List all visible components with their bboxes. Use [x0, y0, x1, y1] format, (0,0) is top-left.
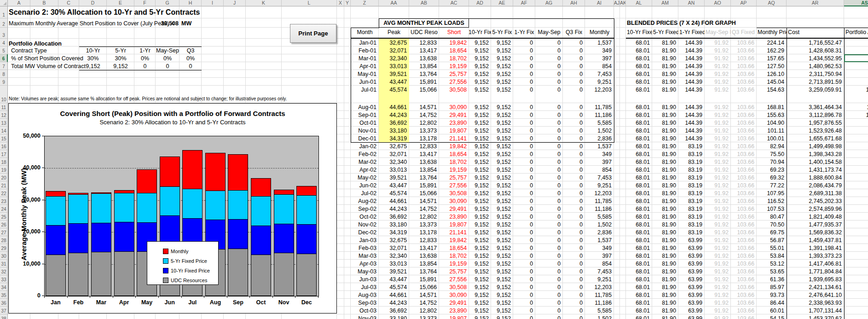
- table-cell[interactable]: 103.66: [731, 158, 757, 166]
- table-cell[interactable]: 9,152: [469, 213, 491, 220]
- table-cell[interactable]: 103.66: [731, 267, 757, 275]
- table-cell[interactable]: 0: [535, 174, 563, 181]
- table-cell[interactable]: 13,638: [409, 54, 439, 62]
- table-cell[interactable]: 3,361,464.34: [787, 93, 844, 111]
- table-cell[interactable]: 13,854: [409, 260, 439, 267]
- table-cell[interactable]: 91.92: [705, 228, 731, 236]
- table-cell[interactable]: 19,807: [439, 127, 469, 134]
- table-cell[interactable]: 63.99: [678, 252, 705, 260]
- table-cell[interactable]: 1,502: [585, 220, 614, 228]
- table-cell[interactable]: 81.90: [652, 267, 678, 275]
- table-cell[interactable]: 76.59: [844, 46, 868, 54]
- table-cell[interactable]: 9,152: [491, 189, 513, 197]
- table-cell[interactable]: 9,152: [469, 252, 491, 260]
- table-cell[interactable]: 91.92: [705, 158, 731, 166]
- table-cell[interactable]: 91.92: [705, 86, 731, 93]
- table-cell[interactable]: 103.66: [731, 213, 757, 220]
- table-cell[interactable]: 103.66: [731, 111, 757, 119]
- table-cell[interactable]: 91.92: [705, 39, 731, 46]
- table-cell[interactable]: 18,654: [439, 150, 469, 158]
- table-cell[interactable]: 0: [563, 62, 585, 70]
- table-cell[interactable]: Sep-03: [351, 299, 379, 307]
- table-cell[interactable]: 44,243: [379, 205, 409, 213]
- table-cell[interactable]: 0: [513, 244, 535, 252]
- table-cell[interactable]: 81.90: [652, 134, 678, 142]
- table-cell[interactable]: Mar-02: [351, 158, 379, 166]
- row-header-33[interactable]: 33: [0, 275, 8, 283]
- table-cell[interactable]: 13,373: [409, 220, 439, 228]
- table-cell[interactable]: 0: [513, 236, 535, 244]
- table-cell[interactable]: 91.92: [705, 197, 731, 205]
- table-cell[interactable]: 0: [535, 142, 563, 150]
- table-cell[interactable]: 32,071: [379, 150, 409, 158]
- table-cell[interactable]: 25,757: [439, 70, 469, 78]
- table-cell[interactable]: 9,152: [469, 283, 491, 291]
- table-cell[interactable]: 9,152: [491, 252, 513, 260]
- table-cell[interactable]: 9,152: [491, 181, 513, 189]
- table-cell[interactable]: 9,152: [469, 39, 491, 46]
- table-cell[interactable]: 44,661: [379, 291, 409, 299]
- table-cell[interactable]: 81.90: [652, 213, 678, 220]
- table-cell[interactable]: 88.15: [844, 189, 868, 197]
- table-cell[interactable]: Jun-03: [351, 275, 379, 283]
- table-cell[interactable]: 43,447: [379, 275, 409, 283]
- table-cell[interactable]: 81.90: [652, 174, 678, 181]
- table-cell[interactable]: 68.01: [626, 267, 652, 275]
- table-cell[interactable]: 0: [563, 70, 585, 78]
- table-cell[interactable]: 81.90: [652, 197, 678, 205]
- table-cell[interactable]: 145.04: [757, 78, 787, 86]
- table-cell[interactable]: 9,152: [469, 158, 491, 166]
- table-cell[interactable]: 0: [513, 181, 535, 189]
- table-cell[interactable]: 36,692: [379, 307, 409, 314]
- table-cell[interactable]: 0: [535, 260, 563, 267]
- table-cell[interactable]: 18,654: [439, 46, 469, 54]
- table-cell[interactable]: 63.99: [678, 236, 705, 244]
- table-cell[interactable]: 91.92: [705, 291, 731, 299]
- table-cell[interactable]: 63.99: [678, 299, 705, 307]
- column-header-E[interactable]: E: [107, 0, 134, 6]
- table-cell[interactable]: 0: [513, 220, 535, 228]
- table-cell[interactable]: 1,523,926.48: [787, 127, 844, 134]
- table-cell[interactable]: 69.32: [757, 174, 787, 181]
- table-cell[interactable]: 1,393,373.23: [787, 252, 844, 260]
- table-cell[interactable]: 397: [585, 252, 614, 260]
- table-cell[interactable]: 13,373: [409, 314, 439, 319]
- table-cell[interactable]: 81.90: [652, 78, 678, 86]
- table-cell[interactable]: 0: [563, 213, 585, 220]
- table-cell[interactable]: 103.66: [731, 220, 757, 228]
- table-cell[interactable]: 83.19: [678, 150, 705, 158]
- table-cell[interactable]: 23,890: [439, 119, 469, 127]
- table-cell[interactable]: 0: [535, 86, 563, 93]
- table-cell[interactable]: 68.01: [626, 220, 652, 228]
- table-cell[interactable]: 69.75: [757, 228, 787, 236]
- column-header-AR[interactable]: AR: [787, 0, 844, 6]
- table-cell[interactable]: 1,480,962.53: [787, 62, 844, 70]
- table-cell[interactable]: 1,707,131.44: [787, 307, 844, 314]
- table-cell[interactable]: 9,152: [491, 283, 513, 291]
- table-cell[interactable]: 1,537: [585, 236, 614, 244]
- table-cell[interactable]: 81.90: [652, 150, 678, 158]
- table-cell[interactable]: 1,655,671.68: [787, 134, 844, 142]
- table-cell[interactable]: 0: [563, 252, 585, 260]
- table-cell[interactable]: 103.66: [731, 54, 757, 62]
- table-cell[interactable]: 0: [513, 189, 535, 197]
- table-cell[interactable]: 68.01: [626, 307, 652, 314]
- table-cell[interactable]: 81.90: [652, 70, 678, 78]
- portfolio-cell[interactable]: 0: [179, 63, 202, 70]
- table-cell[interactable]: 162.29: [757, 46, 787, 54]
- table-cell[interactable]: 0: [535, 70, 563, 78]
- table-cell[interactable]: 9,251: [585, 275, 614, 283]
- table-cell[interactable]: 12,833: [409, 236, 439, 244]
- row-header-14[interactable]: 14: [0, 127, 8, 134]
- column-header-AQ[interactable]: AQ: [757, 0, 787, 6]
- column-header-AH[interactable]: AH: [563, 0, 585, 6]
- table-cell[interactable]: 103.66: [731, 62, 757, 70]
- table-cell[interactable]: 12,833: [409, 142, 439, 150]
- table-cell[interactable]: 9,152: [469, 119, 491, 127]
- table-cell[interactable]: 103.66: [731, 244, 757, 252]
- table-cell[interactable]: 81.90: [652, 111, 678, 119]
- table-cell[interactable]: 53.84: [757, 252, 787, 260]
- table-cell[interactable]: 18,702: [439, 54, 469, 62]
- table-cell[interactable]: 98.48: [844, 78, 868, 86]
- table-cell[interactable]: 9,152: [469, 228, 491, 236]
